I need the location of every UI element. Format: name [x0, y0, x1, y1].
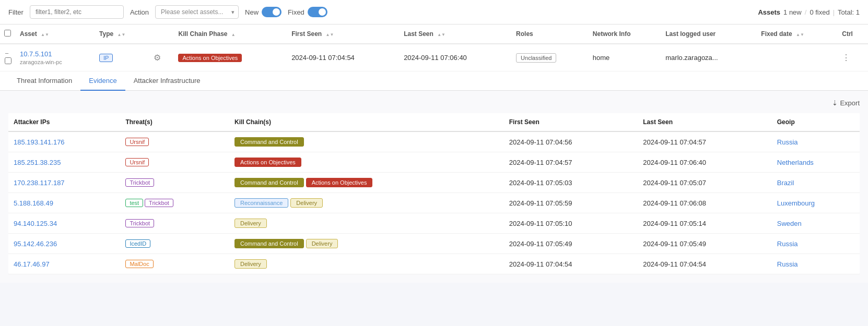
- fixed-date-sort[interactable]: ▲▼: [796, 33, 804, 37]
- new-toggle-group: New: [245, 7, 281, 17]
- ev-ip-link[interactable]: 185.251.38.235: [14, 159, 61, 166]
- ev-geo-link[interactable]: Netherlands: [777, 159, 814, 166]
- last-user-col-header: Last logged user: [661, 25, 757, 44]
- ev-geo-cell: Russia: [772, 254, 860, 274]
- last-seen-cell: 2024-09-11 07:06:40: [400, 44, 512, 71]
- tab-evidence[interactable]: Evidence: [80, 71, 125, 91]
- evidence-section: ⇣ Export Attacker IPs Threat(s) Kill Cha…: [0, 91, 868, 283]
- ev-first-seen-cell: 2024-09-11 07:05:49: [504, 234, 638, 254]
- last-user-cell: marlo.zaragoza...: [661, 44, 757, 71]
- ev-geo-link[interactable]: Russia: [777, 138, 798, 146]
- asset-sort[interactable]: ▲▼: [41, 33, 49, 37]
- last-seen-col-header: Last Seen ▲▼: [400, 25, 512, 44]
- type-sort[interactable]: ▲▼: [118, 33, 126, 37]
- attacker-ips-col: Attacker IPs: [8, 113, 120, 131]
- first-seen-col-header: First Seen ▲▼: [287, 25, 400, 44]
- ctrl-cell[interactable]: ⋮: [838, 44, 868, 71]
- kc-badge: Delivery: [234, 219, 267, 228]
- three-dots-icon[interactable]: ⋮: [842, 53, 850, 62]
- top-bar: Filter Action Please select assets... Ne…: [0, 0, 868, 25]
- ev-geo-cell: Luxembourg: [772, 193, 860, 213]
- assets-sep2: |: [833, 8, 835, 16]
- ev-geo-link[interactable]: Sweden: [777, 220, 802, 227]
- export-button[interactable]: ⇣ Export: [832, 99, 860, 107]
- ev-ip-cell: 94.140.125.34: [8, 213, 120, 234]
- ev-ip-link[interactable]: 94.140.125.34: [14, 220, 57, 227]
- evidence-table-row: 46.17.46.97MalDocDelivery2024-09-11 07:0…: [8, 254, 860, 274]
- fixed-date-cell: [757, 44, 838, 71]
- main-table: Asset ▲▼ Type ▲▼ Kill Chain Phase ▲ Firs…: [0, 25, 868, 71]
- ev-geo-link[interactable]: Russia: [777, 240, 798, 248]
- first-seen-cell: 2024-09-11 07:04:54: [287, 44, 400, 71]
- kc-sort[interactable]: ▲: [231, 33, 236, 37]
- assets-new: 1 new: [783, 8, 802, 16]
- evidence-table: Attacker IPs Threat(s) Kill Chain(s) Fir…: [8, 113, 860, 274]
- action-select-wrapper[interactable]: Please select assets...: [155, 5, 239, 19]
- action-select[interactable]: Please select assets...: [155, 5, 239, 19]
- asset-cell: 10.7.5.101 zaragoza-win-pc: [16, 44, 95, 71]
- ev-ip-cell: 185.251.38.235: [8, 152, 120, 173]
- row-expand-cell[interactable]: −: [0, 44, 16, 71]
- evidence-table-row: 185.251.38.235UrsnifActions on Objective…: [8, 152, 860, 173]
- tabs-bar: Threat Information Evidence Attacker Inf…: [0, 71, 868, 91]
- first-seen-sort[interactable]: ▲▼: [326, 33, 334, 37]
- assets-total: Total: 1: [838, 8, 860, 16]
- ev-first-seen-cell: 2024-09-11 07:04:56: [504, 131, 638, 152]
- gear-cell[interactable]: ⚙: [149, 44, 174, 71]
- ev-ip-link[interactable]: 170.238.117.187: [14, 179, 65, 187]
- kc-badge: Delivery: [306, 239, 338, 248]
- gear-icon[interactable]: ⚙: [154, 53, 161, 62]
- type-badge: IP: [99, 54, 113, 62]
- ev-geo-link[interactable]: Brazil: [777, 179, 794, 187]
- ev-geo-link[interactable]: Russia: [777, 260, 798, 268]
- ev-kc-cell: Command and ControlDelivery: [229, 234, 504, 254]
- threat-badge: test: [125, 199, 143, 207]
- ev-geo-link[interactable]: Luxembourg: [777, 199, 815, 207]
- assets-label: Assets: [758, 8, 780, 16]
- filter-input[interactable]: [30, 5, 124, 19]
- ev-ip-cell: 95.142.46.236: [8, 234, 120, 254]
- fixed-toggle-group: Fixed: [288, 7, 327, 17]
- threat-badge: Ursnif: [125, 158, 149, 166]
- threats-col: Threat(s): [120, 113, 229, 131]
- network-col-header: Network Info: [589, 25, 661, 44]
- export-icon: ⇣: [832, 99, 838, 107]
- fixed-toggle[interactable]: [308, 7, 327, 17]
- ev-geo-cell: Brazil: [772, 173, 860, 193]
- main-table-wrapper: Asset ▲▼ Type ▲▼ Kill Chain Phase ▲ Firs…: [0, 25, 868, 71]
- expand-icon[interactable]: −: [5, 50, 9, 57]
- roles-cell: Unclassified: [512, 44, 589, 71]
- kc-phase-cell: Actions on Objectives: [174, 44, 287, 71]
- kc-badge: Command and Control: [234, 239, 304, 248]
- ev-last-seen-cell: 2024-09-11 07:06:40: [638, 152, 772, 173]
- tab-attacker-infrastructure[interactable]: Attacker Infrastructure: [125, 71, 209, 91]
- asset-ip-link[interactable]: 10.7.5.101: [20, 50, 52, 58]
- evidence-table-row: 170.238.117.187TrickbotCommand and Contr…: [8, 173, 860, 193]
- ev-ip-cell: 185.193.141.176: [8, 131, 120, 152]
- ev-ip-link[interactable]: 5.188.168.49: [14, 199, 53, 207]
- threat-badge: Trickbot: [125, 219, 154, 227]
- tab-threat-information[interactable]: Threat Information: [8, 71, 80, 91]
- select-all-checkbox[interactable]: [4, 30, 11, 37]
- ev-last-seen-cell: 2024-09-11 07:05:49: [638, 234, 772, 254]
- ctrl-col-header: Ctrl: [838, 25, 868, 44]
- ev-kc-cell: Command and Control: [229, 131, 504, 152]
- kc-badge: Delivery: [234, 259, 267, 269]
- ev-kc-cell: Delivery: [229, 213, 504, 234]
- ev-threats-cell: testTrickbot: [120, 193, 229, 213]
- ev-ip-link[interactable]: 95.142.46.236: [14, 240, 57, 248]
- ev-geo-cell: Russia: [772, 234, 860, 254]
- new-toggle[interactable]: [262, 7, 281, 17]
- evidence-table-row: 5.188.168.49testTrickbotReconnaissanceDe…: [8, 193, 860, 213]
- asset-col-header: Asset ▲▼: [16, 25, 95, 44]
- ev-last-seen-cell: 2024-09-11 07:05:14: [638, 213, 772, 234]
- ev-geo-cell: Sweden: [772, 213, 860, 234]
- select-all-header[interactable]: [0, 25, 16, 44]
- last-seen-sort[interactable]: ▲▼: [437, 33, 445, 37]
- threat-badge: MalDoc: [125, 260, 153, 268]
- ev-ip-link[interactable]: 185.193.141.176: [14, 138, 65, 146]
- network-cell: home: [589, 44, 661, 71]
- ev-ip-link[interactable]: 46.17.46.97: [14, 260, 50, 268]
- ev-kc-cell: Delivery: [229, 254, 504, 274]
- row-checkbox[interactable]: [5, 57, 11, 64]
